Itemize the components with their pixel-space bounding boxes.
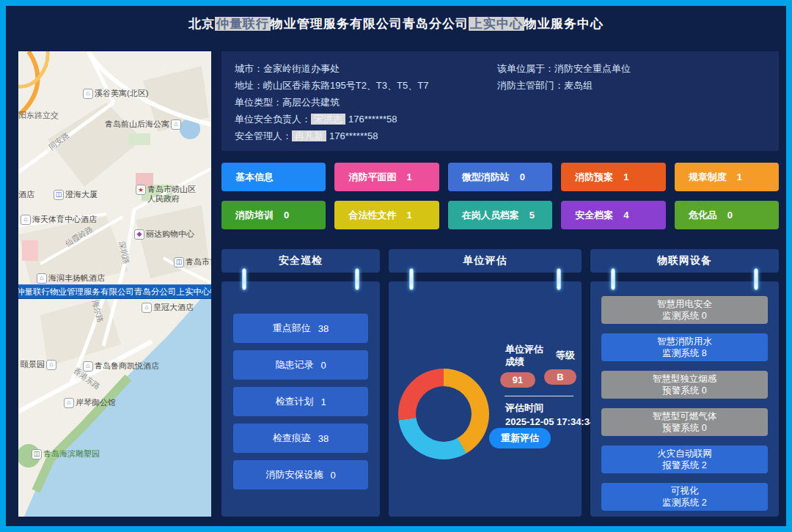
divider	[505, 396, 573, 396]
iot-panel-title: 物联网设备	[590, 249, 779, 273]
category-button-消防预案[interactable]: 消防预案1	[561, 163, 665, 191]
hotel-icon: ⌂	[83, 361, 93, 372]
iot-button-line2: 预警系统 0	[662, 422, 706, 434]
map-poi-label: ◫青岛海滨雕塑园	[32, 448, 100, 459]
category-button-count: 0	[284, 210, 289, 221]
iot-button-line2: 监测系统 8	[662, 347, 706, 359]
evaluation-donut-chart	[398, 369, 489, 459]
iot-button-火灾自动联网[interactable]: 火灾自动联网报警系统 2	[601, 446, 768, 473]
map-poi-label: 颐景园⌂	[21, 359, 56, 370]
shopping-icon: ◆	[134, 229, 144, 240]
map-poi-label: 阳东路立交	[18, 110, 59, 121]
map-poi-label: ◆丽达购物中心	[134, 229, 194, 240]
museum-icon: ◫	[174, 257, 184, 267]
category-button-count: 0	[727, 210, 733, 221]
hotel-icon: ⌂	[21, 215, 31, 225]
evaluation-panel-title: 单位评估	[389, 249, 582, 273]
title-text: 物业管理服务有限公司青岛分公司	[271, 17, 469, 31]
category-button-规章制度[interactable]: 规章制度1	[675, 163, 779, 191]
category-button-count: 5	[529, 210, 535, 221]
inspection-button-count: 0	[330, 470, 335, 481]
iot-button-智慧用电安全[interactable]: 智慧用电安全监测系统 0	[601, 296, 768, 324]
iot-button-line1: 可视化	[671, 485, 699, 497]
category-button-在岗人员档案[interactable]: 在岗人员档案5	[448, 201, 552, 229]
inspection-panel: 安全巡检 重点部位38隐患记录0检查计划1检查痕迹38消防安保设施0	[221, 249, 380, 517]
category-button-label: 微型消防站	[462, 171, 510, 184]
iot-button-list: 智慧用电安全监测系统 0智慧消防用水监测系统 8智慧型独立烟感预警系统 0智慧型…	[601, 296, 768, 511]
category-button-危化品[interactable]: 危化品0	[675, 201, 779, 229]
grade-badge: B	[544, 369, 576, 385]
map-label-text: 青岛鲁商凯悦酒店	[95, 361, 159, 372]
map-poi-label: ⌂皇冠大酒店	[142, 302, 194, 313]
iot-button-line2: 报警系统 2	[662, 459, 706, 471]
map-poi-label: ★青岛市崂山区 人民政府	[136, 185, 203, 204]
category-buttons: 基本信息消防平面图1微型消防站0消防预案1规章制度1消防培训0合法性文件1在岗人…	[221, 163, 779, 229]
inspection-button-label: 检查痕迹	[273, 432, 311, 445]
inspection-button-label: 隐患记录	[275, 358, 313, 372]
category-button-微型消防站[interactable]: 微型消防站0	[448, 163, 552, 191]
category-button-安全档案[interactable]: 安全档案4	[561, 201, 665, 229]
iot-button-line2: 监测系统 0	[662, 310, 706, 322]
category-button-消防平面图[interactable]: 消防平面图1	[334, 163, 439, 191]
re-evaluate-button[interactable]: 重新评估	[489, 428, 551, 448]
map-poi-label: 青岛前山后海公寓⌂	[105, 119, 181, 130]
info-row: 地址：崂山区香港东路195号T2、T3、T5、T7	[235, 77, 428, 94]
category-button-label: 安全档案	[575, 209, 613, 222]
iot-button-智慧型可燃气体[interactable]: 智慧型可燃气体预警系统 0	[601, 408, 768, 436]
house-icon: ⌂	[83, 89, 93, 99]
map-label-text: 颐景园	[21, 359, 45, 370]
category-button-count: 1	[737, 171, 742, 182]
pin-icon	[409, 268, 414, 290]
iot-button-智慧消防用水[interactable]: 智慧消防用水监测系统 8	[601, 333, 768, 361]
pin-icon	[242, 268, 246, 290]
title-text: 上实中心	[469, 17, 524, 31]
building-icon: ◫	[54, 190, 64, 200]
info-row: 消防主管部门：麦岛组	[497, 77, 631, 94]
map-label-text: 溪谷美寓(北区)	[95, 88, 148, 99]
map-label-text: 酒店	[18, 189, 34, 200]
inspection-button-检查痕迹[interactable]: 检查痕迹38	[233, 424, 368, 453]
inspection-button-label: 检查计划	[275, 395, 313, 408]
map-label-text: 青岛市崂山区 人民政府	[147, 185, 203, 204]
category-button-label: 在岗人员档案	[462, 209, 519, 222]
inspection-button-list: 重点部位38隐患记录0检查计划1检查痕迹38消防安保设施0	[233, 314, 368, 489]
category-button-基本信息[interactable]: 基本信息	[221, 163, 326, 191]
map-label-text: 丽达购物中心	[146, 229, 194, 240]
map-label-text: 澄海大厦	[65, 189, 98, 200]
category-button-label: 消防培训	[235, 209, 274, 222]
title-text: 物业服务中心	[524, 17, 604, 31]
map-poi-label: ◫青岛市博	[174, 256, 211, 267]
star-icon: ★	[136, 185, 146, 195]
pin-icon	[611, 268, 615, 290]
score-label: 单位评估 成绩	[505, 343, 543, 368]
map-marker-banner[interactable]: 仲量联行物业管理服务有限公司青岛分公司上实中心物业服	[18, 284, 211, 299]
unit-info-panel: 城市：金家岭街道办事处地址：崂山区香港东路195号T2、T3、T5、T7单位类型…	[221, 51, 779, 151]
category-button-消防培训[interactable]: 消防培训0	[221, 201, 326, 229]
hotel-icon: ⌂	[171, 119, 181, 130]
iot-button-line1: 火灾自动联网	[657, 448, 712, 459]
map-panel[interactable]: 阳东路立交⌂溪谷美寓(北区)青岛前山后海公寓⌂同安路酒店◫澄海大厦★青岛市崂山区…	[18, 51, 211, 517]
inspection-button-count: 38	[318, 323, 329, 334]
category-row: 消防培训0合法性文件1在岗人员档案5安全档案4危化品0	[221, 201, 779, 229]
unit-info-right: 该单位属于：消防安全重点单位消防主管部门：麦岛组	[497, 60, 631, 94]
grade-label: 等级	[556, 349, 575, 362]
info-row: 城市：金家岭街道办事处	[235, 60, 428, 77]
category-button-count: 1	[623, 171, 628, 182]
hotel-icon: ⌂	[37, 273, 47, 284]
iot-button-line1: 智慧用电安全	[657, 298, 712, 310]
pin-icon	[557, 268, 561, 290]
info-row: 单位安全负责人：宋洪志176******58	[235, 111, 428, 128]
inspection-button-消防安保设施[interactable]: 消防安保设施0	[233, 460, 368, 489]
inspection-button-重点部位[interactable]: 重点部位38	[233, 314, 368, 343]
pin-icon	[754, 268, 758, 290]
map-poi-label: ⌂岸琴御公馆	[64, 397, 116, 408]
evaluation-time-value: 2025-12-05 17:34:34	[505, 416, 595, 427]
inspection-button-label: 消防安保设施	[265, 468, 323, 481]
inspection-button-检查计划[interactable]: 检查计划1	[233, 387, 368, 416]
iot-button-可视化[interactable]: 可视化监测系统 2	[601, 483, 768, 511]
iot-button-智慧型独立烟感[interactable]: 智慧型独立烟感预警系统 0	[601, 371, 768, 399]
inspection-button-隐患记录[interactable]: 隐患记录0	[233, 350, 368, 380]
map-label-text: 海润丰扬帆酒店	[48, 273, 105, 284]
category-button-合法性文件[interactable]: 合法性文件1	[334, 201, 439, 229]
map-poi-label: ◫澄海大厦	[54, 189, 98, 200]
